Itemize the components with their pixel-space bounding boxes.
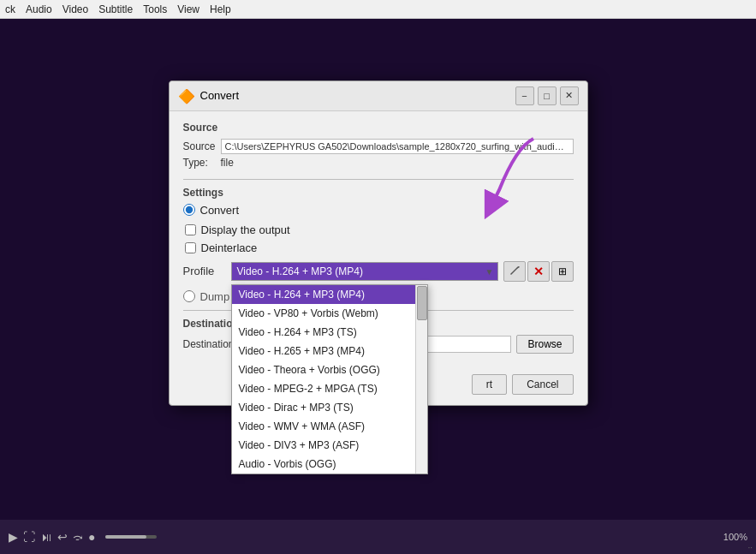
menu-ck[interactable]: ck — [5, 3, 15, 15]
dump-radio[interactable] — [183, 290, 195, 302]
dropdown-item-4[interactable]: Video - Theora + Vorbis (OGG) — [232, 360, 427, 379]
bottom-bar: ▶ ⛶ ⏯ ↩ ⤼ ● 100% ·· — [0, 520, 756, 554]
profile-label: Profile — [183, 265, 226, 277]
fullscreen-button[interactable]: ⛶ — [23, 530, 35, 544]
convert-radio[interactable] — [183, 204, 195, 216]
wrench-icon — [509, 265, 521, 277]
profile-dropdown-button[interactable]: Video - H.264 + MP3 (MP4) ▼ — [231, 262, 498, 281]
shuffle-button[interactable]: ⤼ — [73, 530, 83, 544]
menu-video[interactable]: Video — [63, 3, 88, 15]
volume-percent: 100% — [723, 532, 747, 542]
loop-button[interactable]: ↩ — [57, 530, 68, 544]
source-label: Source — [183, 122, 574, 134]
menu-view[interactable]: View — [177, 3, 199, 15]
browse-button[interactable]: Browse — [516, 335, 573, 354]
profile-new-button[interactable]: ⊞ — [551, 261, 574, 282]
source-key: Source — [183, 140, 217, 152]
display-output-label: Display the output — [201, 223, 290, 236]
cancel-button[interactable]: Cancel — [512, 374, 573, 395]
frame-button[interactable]: ⏯ — [40, 530, 52, 544]
dropdown-scrollbar[interactable] — [415, 285, 427, 474]
menu-subtitle[interactable]: Subtitle — [98, 3, 133, 15]
convert-dialog: 🔶 Convert − □ ✕ Source Source C:\Users\Z… — [169, 80, 588, 406]
convert-radio-label: Convert — [200, 204, 240, 217]
divider-1 — [183, 179, 574, 180]
resize-handle[interactable]: ·· — [747, 543, 753, 552]
maximize-button[interactable]: □ — [538, 86, 557, 105]
profile-row: Profile Video - H.264 + MP3 (MP4) ▼ Vide… — [183, 261, 574, 282]
minimize-button[interactable]: − — [515, 86, 534, 105]
display-output-checkbox[interactable] — [185, 224, 196, 235]
scrollbar-thumb — [417, 286, 427, 320]
deinterlace-label: Deinterlace — [201, 241, 258, 254]
dropdown-item-8[interactable]: Video - DIV3 + MP3 (ASF) — [232, 436, 427, 455]
source-value: C:\Users\ZEPHYRUS GA502\Downloads\sample… — [221, 139, 574, 154]
dropdown-item-7[interactable]: Video - WMV + WMA (ASF) — [232, 417, 427, 436]
profile-action-buttons: ✕ ⊞ — [503, 261, 574, 282]
deinterlace-checkbox[interactable] — [185, 242, 196, 253]
start-button[interactable]: rt — [472, 374, 507, 395]
type-value: file — [221, 157, 234, 169]
record-button[interactable]: ● — [88, 530, 95, 544]
dropdown-item-5[interactable]: Video - MPEG-2 + MPGA (TS) — [232, 379, 427, 398]
playback-controls: ▶ ⛶ ⏯ ↩ ⤼ ● — [9, 530, 95, 544]
dropdown-item-2[interactable]: Video - H.264 + MP3 (TS) — [232, 323, 427, 342]
menu-tools[interactable]: Tools — [143, 3, 167, 15]
menu-help[interactable]: Help — [210, 3, 231, 15]
type-key: Type: — [183, 157, 217, 169]
volume-bar[interactable] — [105, 535, 157, 539]
profile-delete-button[interactable]: ✕ — [527, 261, 550, 282]
menu-bar: ck Audio Video Subtitle Tools View Help — [0, 0, 756, 19]
vlc-icon: 🔶 — [178, 88, 193, 104]
menu-audio[interactable]: Audio — [26, 3, 52, 15]
profile-dropdown-list: Video - H.264 + MP3 (MP4) Video - VP80 +… — [231, 284, 428, 474]
dialog-titlebar: 🔶 Convert − □ ✕ — [170, 81, 587, 111]
profile-edit-button[interactable] — [503, 261, 526, 282]
dropdown-item-0[interactable]: Video - H.264 + MP3 (MP4) — [232, 285, 427, 304]
dialog-overlay: 🔶 Convert − □ ✕ Source Source C:\Users\Z… — [0, 19, 756, 518]
source-row: Source C:\Users\ZEPHYRUS GA502\Downloads… — [183, 139, 574, 154]
settings-label: Settings — [183, 187, 574, 199]
source-section: Source Source C:\Users\ZEPHYRUS GA502\Do… — [183, 122, 574, 169]
volume-fill — [105, 535, 146, 539]
profile-dropdown-container: Video - H.264 + MP3 (MP4) ▼ Video - H.26… — [231, 262, 498, 281]
dropdown-item-9[interactable]: Audio - Vorbis (OGG) — [232, 455, 427, 474]
dropdown-item-3[interactable]: Video - H.265 + MP3 (MP4) — [232, 342, 427, 360]
deinterlace-row: Deinterlace — [185, 241, 574, 254]
dropdown-arrow-icon: ▼ — [485, 266, 494, 276]
grid-icon: ⊞ — [558, 265, 567, 277]
type-row: Type: file — [183, 157, 574, 169]
titlebar-buttons: − □ ✕ — [515, 86, 579, 105]
close-button[interactable]: ✕ — [560, 86, 579, 105]
convert-radio-row: Convert — [183, 204, 574, 217]
delete-icon: ✕ — [533, 265, 544, 278]
display-output-row: Display the output — [185, 223, 574, 236]
settings-section: Settings Convert Display the output Dein… — [183, 187, 574, 303]
dropdown-item-6[interactable]: Video - Dirac + MP3 (TS) — [232, 398, 427, 417]
play-button[interactable]: ▶ — [9, 530, 18, 544]
dialog-body: Source Source C:\Users\ZEPHYRUS GA502\Do… — [170, 111, 587, 367]
dropdown-item-1[interactable]: Video - VP80 + Vorbis (Webm) — [232, 304, 427, 323]
profile-selected-value: Video - H.264 + MP3 (MP4) — [237, 265, 364, 277]
dialog-title: Convert — [200, 89, 509, 102]
